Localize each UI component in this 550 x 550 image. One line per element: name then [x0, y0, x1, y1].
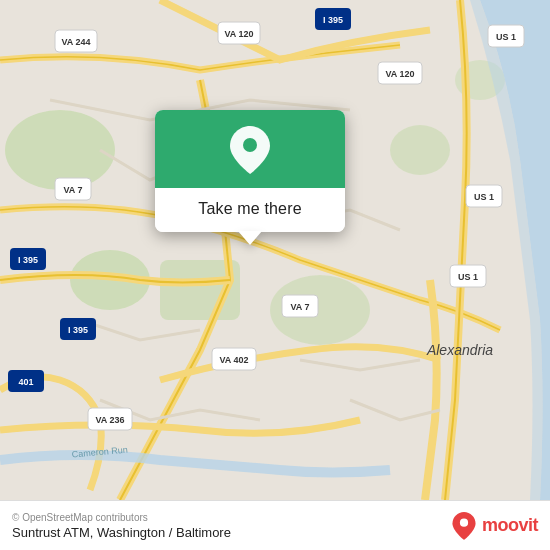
svg-point-38 — [460, 518, 468, 526]
location-name: Suntrust ATM, Washington / Baltimore — [12, 525, 231, 540]
svg-point-5 — [390, 125, 450, 175]
svg-text:US 1: US 1 — [496, 32, 516, 42]
map-container: VA 244 VA 120 I 395 US 1 VA 7 I 395 VA 4… — [0, 0, 550, 500]
popup-card: Take me there — [155, 110, 345, 232]
location-pin-icon — [230, 126, 270, 174]
svg-text:401: 401 — [18, 377, 33, 387]
popup-tail — [238, 231, 262, 245]
svg-text:Alexandria: Alexandria — [426, 342, 493, 358]
svg-text:VA 236: VA 236 — [95, 415, 124, 425]
footer: © OpenStreetMap contributors Suntrust AT… — [0, 500, 550, 550]
moovit-logo: moovit — [450, 512, 538, 540]
svg-text:VA 402: VA 402 — [219, 355, 248, 365]
popup-header — [155, 110, 345, 188]
svg-point-37 — [243, 138, 257, 152]
svg-text:VA 7: VA 7 — [290, 302, 309, 312]
moovit-text: moovit — [482, 515, 538, 536]
svg-text:I 395: I 395 — [68, 325, 88, 335]
svg-text:I 395: I 395 — [323, 15, 343, 25]
svg-text:VA 120: VA 120 — [385, 69, 414, 79]
moovit-icon — [450, 512, 478, 540]
svg-text:VA 120: VA 120 — [224, 29, 253, 39]
svg-text:US 1: US 1 — [474, 192, 494, 202]
svg-text:I 395: I 395 — [18, 255, 38, 265]
popup-label-area[interactable]: Take me there — [155, 188, 345, 232]
copyright-text: © OpenStreetMap contributors — [12, 512, 231, 523]
footer-info: © OpenStreetMap contributors Suntrust AT… — [12, 512, 231, 540]
location-popup: Take me there — [155, 110, 345, 245]
svg-text:US 1: US 1 — [458, 272, 478, 282]
take-me-there-button[interactable]: Take me there — [198, 200, 301, 217]
location-icon-wrapper — [228, 128, 272, 172]
map-background: VA 244 VA 120 I 395 US 1 VA 7 I 395 VA 4… — [0, 0, 550, 500]
svg-text:VA 244: VA 244 — [61, 37, 90, 47]
svg-text:VA 7: VA 7 — [63, 185, 82, 195]
